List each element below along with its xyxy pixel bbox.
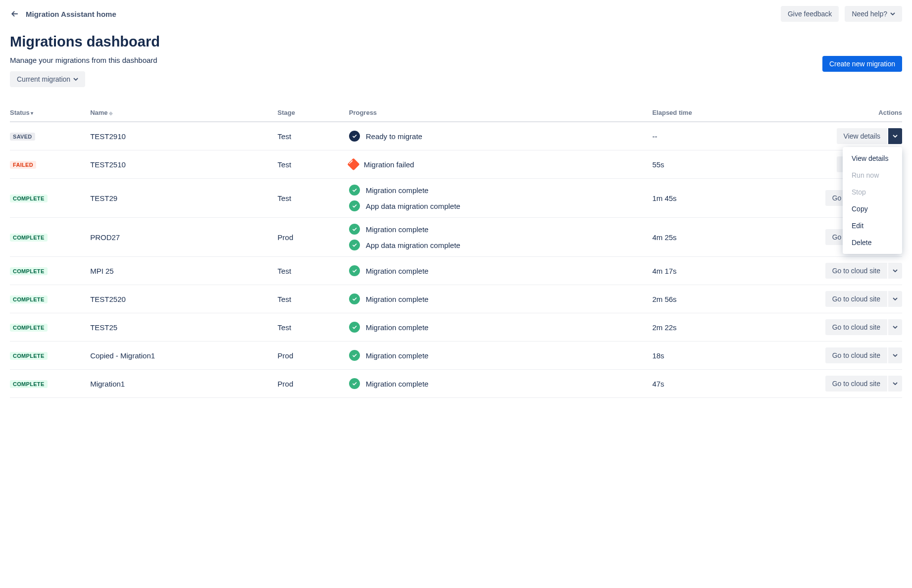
fail-icon: ! [347,158,359,170]
elapsed-time: 55s [652,150,768,179]
ready-icon [349,131,360,142]
table-row: COMPLETETEST2520TestMigration complete2m… [10,285,902,313]
elapsed-time: -- [652,122,768,150]
progress-item: Migration complete [349,185,649,196]
migration-stage: Prod [278,370,349,398]
status-badge: COMPLETE [10,295,48,303]
current-migration-filter[interactable]: Current migration [10,71,85,87]
progress-item: App data migration complete [349,200,649,211]
migration-name: TEST2520 [90,285,277,313]
back-arrow-icon[interactable] [10,9,20,19]
chevron-down-icon [893,382,898,385]
success-icon [349,265,360,276]
row-action-button[interactable]: Go to cloud site [825,291,887,307]
elapsed-time: 47s [652,370,768,398]
progress-text: App data migration complete [366,202,460,210]
migration-stage: Prod [278,218,349,257]
row-action-button[interactable]: View details [837,128,887,144]
status-badge: COMPLETE [10,195,48,202]
column-header-stage[interactable]: Stage [278,105,349,122]
progress-item: Ready to migrate [349,131,649,142]
title-row: Manage your migrations from this dashboa… [10,56,902,99]
elapsed-time: 2m 56s [652,285,768,313]
success-icon [349,378,360,389]
migration-name: PROD27 [90,218,277,257]
row-action-dropdown[interactable] [888,347,902,363]
chevron-down-icon [893,135,898,138]
row-action-dropdown[interactable] [888,291,902,307]
create-new-migration-button[interactable]: Create new migration [822,56,902,72]
migration-stage: Prod [278,342,349,370]
progress-text: Migration complete [366,225,429,234]
row-action-button[interactable]: Go to cloud site [825,263,887,279]
success-icon [349,322,360,333]
column-header-actions[interactable]: Actions [768,105,902,122]
migration-stage: Test [278,285,349,313]
row-action-button[interactable]: Go to cloud site [825,347,887,363]
filter-label: Current migration [17,75,70,83]
actions-group: Go to cloud site [825,319,902,335]
progress-item: Migration complete [349,378,649,389]
elapsed-time: 2m 22s [652,313,768,342]
row-action-dropdown[interactable] [888,319,902,335]
dropdown-item-edit[interactable]: Edit [843,217,902,234]
need-help-button[interactable]: Need help? [845,6,902,22]
migration-name: TEST29 [90,179,277,218]
progress-text: Migration complete [366,323,429,332]
progress-text: Migration complete [366,267,429,275]
row-action-dropdown[interactable] [888,263,902,279]
progress-item: Migration complete [349,350,649,361]
progress-text: Ready to migrate [366,132,422,141]
success-icon [349,200,360,211]
give-feedback-button[interactable]: Give feedback [781,6,839,22]
dropdown-item-run-now: Run now [843,167,902,184]
progress-text: Migration complete [366,295,429,303]
page-title: Migrations dashboard [10,34,902,50]
table-row: COMPLETETEST29TestMigration completeApp … [10,179,902,218]
status-badge: COMPLETE [10,324,48,332]
elapsed-time: 4m 25s [652,218,768,257]
progress-item: Migration complete [349,322,649,333]
table-row: COMPLETEMPI 25TestMigration complete4m 1… [10,257,902,285]
migration-stage: Test [278,150,349,179]
progress-item: !Migration failed [349,160,649,169]
elapsed-time: 4m 17s [652,257,768,285]
dropdown-item-copy[interactable]: Copy [843,200,902,217]
actions-group: Go to cloud site [825,263,902,279]
dropdown-item-delete[interactable]: Delete [843,234,902,251]
progress-text: Migration complete [366,380,429,388]
status-badge: COMPLETE [10,380,48,388]
breadcrumb-home[interactable]: Migration Assistant home [26,10,116,18]
migration-name: TEST2910 [90,122,277,150]
actions-dropdown-menu: View detailsRun nowStopCopyEditDelete [843,147,902,254]
row-action-button[interactable]: Go to cloud site [825,376,887,392]
progress-item: App data migration complete [349,240,649,250]
column-header-elapsed[interactable]: Elapsed time [652,105,768,122]
breadcrumb[interactable]: Migration Assistant home [10,9,116,19]
progress-text: Migration failed [364,160,414,169]
table-row: COMPLETETEST25TestMigration complete2m 2… [10,313,902,342]
progress-item: Migration complete [349,294,649,304]
column-header-name[interactable]: Name◆ [90,105,277,122]
progress-text: Migration complete [366,351,429,360]
success-icon [349,224,360,235]
row-action-dropdown[interactable] [888,128,902,144]
progress-text: App data migration complete [366,241,460,249]
migration-stage: Test [278,257,349,285]
row-action-dropdown[interactable] [888,376,902,392]
column-header-status[interactable]: Status▾ [10,105,90,122]
dropdown-item-view-details[interactable]: View details [843,150,902,167]
table-row: COMPLETEPROD27ProdMigration completeApp … [10,218,902,257]
success-icon [349,185,360,196]
status-badge: FAILED [10,161,36,169]
migration-stage: Test [278,122,349,150]
page-subtitle: Manage your migrations from this dashboa… [10,56,157,64]
row-action-button[interactable]: Go to cloud site [825,319,887,335]
column-header-progress[interactable]: Progress [349,105,653,122]
header-actions: Give feedback Need help? [781,6,902,22]
success-icon [349,240,360,250]
chevron-down-icon [893,354,898,357]
actions-group: Go to cloud site [825,291,902,307]
chevron-down-icon [893,269,898,272]
chevron-down-icon [893,297,898,300]
